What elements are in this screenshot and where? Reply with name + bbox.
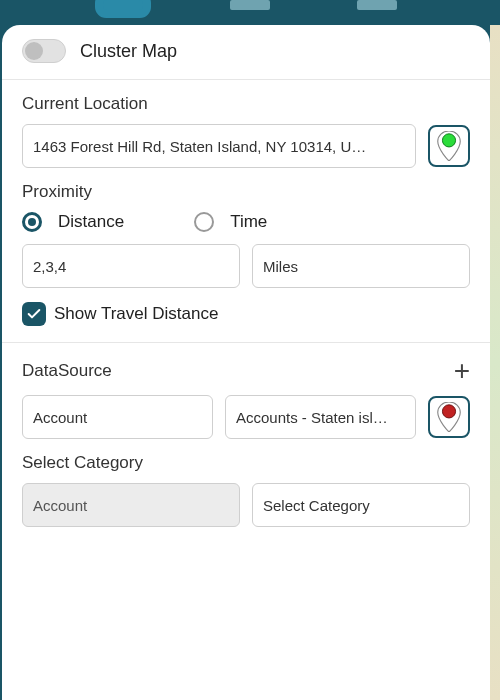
- tab-3[interactable]: [357, 0, 397, 10]
- cluster-map-label: Cluster Map: [80, 41, 177, 62]
- category-field-input[interactable]: Account: [22, 483, 240, 527]
- cluster-map-toggle[interactable]: [22, 39, 66, 63]
- map-pin-icon: [437, 402, 461, 432]
- svg-point-0: [442, 134, 455, 147]
- datasource-pin-button[interactable]: [428, 396, 470, 438]
- divider: [2, 342, 490, 343]
- show-travel-row[interactable]: Show Travel Distance: [22, 302, 470, 326]
- datasource-object-select[interactable]: Account: [22, 395, 213, 439]
- tab-2[interactable]: [230, 0, 270, 10]
- tab-1[interactable]: [103, 0, 143, 10]
- map-peek: [490, 25, 500, 700]
- show-travel-label: Show Travel Distance: [54, 304, 218, 324]
- location-pin-button[interactable]: [428, 125, 470, 167]
- add-datasource-button[interactable]: +: [454, 357, 470, 385]
- map-pin-icon: [437, 131, 461, 161]
- svg-point-1: [442, 405, 455, 418]
- filters-panel: Cluster Map Current Location 1463 Forest…: [2, 25, 490, 700]
- radio-icon: [194, 212, 214, 232]
- category-select[interactable]: Select Category: [252, 483, 470, 527]
- proximity-radio-group: Distance Time: [22, 212, 470, 232]
- show-travel-checkbox[interactable]: [22, 302, 46, 326]
- category-label: Select Category: [22, 453, 470, 473]
- proximity-section: Proximity Distance Time 2,3,4 Miles: [22, 182, 470, 288]
- datasource-section: DataSource + Account Accounts - Staten i…: [22, 357, 470, 439]
- datasource-view-select[interactable]: Accounts - Staten isl…: [225, 395, 416, 439]
- check-icon: [26, 306, 42, 322]
- proximity-distance-option[interactable]: Distance: [22, 212, 124, 232]
- proximity-distance-input[interactable]: 2,3,4: [22, 244, 240, 288]
- divider: [2, 79, 490, 80]
- proximity-label: Proximity: [22, 182, 470, 202]
- current-location-label: Current Location: [22, 94, 470, 114]
- datasource-label: DataSource: [22, 361, 112, 381]
- proximity-unit-select[interactable]: Miles: [252, 244, 470, 288]
- current-location-input[interactable]: 1463 Forest Hill Rd, Staten Island, NY 1…: [22, 124, 416, 168]
- proximity-time-option[interactable]: Time: [194, 212, 267, 232]
- proximity-distance-label: Distance: [58, 212, 124, 232]
- proximity-time-label: Time: [230, 212, 267, 232]
- top-tab-bar: [0, 0, 500, 25]
- cluster-map-row: Cluster Map: [22, 39, 470, 63]
- current-location-section: Current Location 1463 Forest Hill Rd, St…: [22, 94, 470, 168]
- category-section: Select Category Account Select Category: [22, 453, 470, 527]
- radio-icon: [22, 212, 42, 232]
